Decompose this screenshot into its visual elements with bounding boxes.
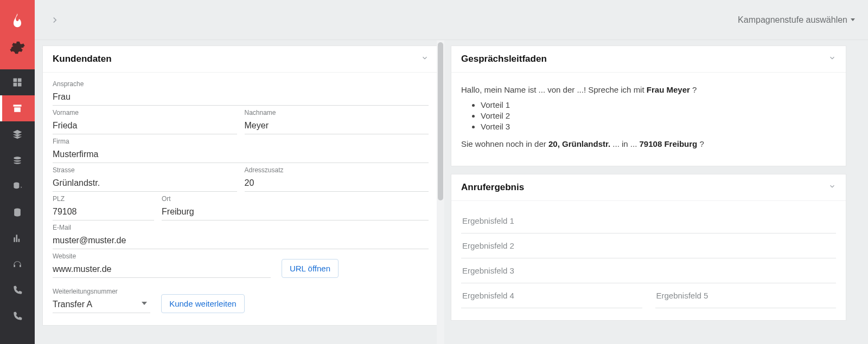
label-nachname: Nachname — [245, 109, 429, 116]
label-plz: PLZ — [53, 195, 154, 203]
nav-layers[interactable] — [0, 121, 35, 147]
label-email: E-Mail — [53, 224, 429, 231]
nav-db-out[interactable] — [0, 173, 35, 199]
weiterleitung-select[interactable] — [53, 296, 150, 313]
brand-area — [0, 0, 35, 69]
collapse-icon — [828, 182, 836, 193]
ort-field[interactable] — [162, 204, 429, 220]
caret-down-icon — [851, 18, 855, 21]
result-field-2[interactable] — [461, 233, 836, 258]
customer-panel-title: Kundendaten — [53, 54, 112, 64]
label-adresszusatz: Adresszusatz — [245, 166, 429, 174]
vorname-field[interactable] — [53, 118, 237, 134]
result-panel: Anrufergebnis — [451, 174, 846, 321]
collapse-icon — [828, 54, 836, 64]
label-weiterleitung: Weiterleitungsnummer — [53, 288, 150, 295]
result-field-3[interactable] — [461, 258, 836, 283]
coins-icon — [12, 155, 23, 166]
nav-dashboard[interactable] — [0, 69, 35, 95]
database-export-icon — [12, 181, 23, 192]
topbar: Kampagnenstufe auswählen — [35, 0, 868, 40]
nav-db[interactable] — [0, 199, 35, 225]
strasse-field[interactable] — [53, 175, 237, 192]
left-column: Kundendaten Ansprache Vorname — [35, 40, 444, 344]
nav-archive[interactable] — [0, 95, 35, 121]
right-column: Gesprächsleitfaden Hallo, mein Name ist … — [444, 40, 868, 344]
script-panel: Gesprächsleitfaden Hallo, mein Name ist … — [451, 46, 846, 166]
nav-headset[interactable] — [0, 251, 35, 277]
gear-icon — [9, 40, 25, 57]
bullet-item: Vorteil 2 — [481, 111, 836, 120]
nav-phone[interactable] — [0, 277, 35, 303]
nachname-field[interactable] — [245, 118, 429, 134]
anrede-field[interactable] — [53, 89, 429, 106]
grid-icon — [12, 77, 23, 88]
script-panel-header[interactable]: Gesprächsleitfaden — [451, 46, 846, 73]
campaign-stage-label: Kampagnenstufe auswählen — [738, 15, 847, 25]
firma-field[interactable] — [53, 146, 429, 163]
label-anrede: Ansprache — [53, 80, 429, 88]
headphones-icon — [12, 259, 23, 270]
result-panel-title: Anrufergebnis — [461, 182, 524, 193]
scrollbar-thumb[interactable] — [438, 42, 443, 200]
phone-icon — [12, 285, 23, 296]
chart-icon — [12, 233, 23, 244]
sidebar — [0, 0, 35, 344]
result-panel-header[interactable]: Anrufergebnis — [451, 174, 846, 201]
phone-incoming-icon — [12, 311, 23, 322]
result-field-5[interactable] — [655, 283, 837, 308]
forward-customer-button[interactable]: Kunde weiterleiten — [161, 294, 244, 313]
customer-panel: Kundendaten Ansprache Vorname — [42, 46, 439, 326]
script-line-2: Sie wohnen noch in der 20, Grünlandstr. … — [461, 138, 836, 150]
result-field-1[interactable] — [461, 209, 836, 233]
nav — [0, 69, 35, 344]
label-strasse: Strasse — [53, 166, 237, 174]
script-bullets: Vorteil 1 Vorteil 2 Vorteil 3 — [481, 100, 836, 131]
nav-coins[interactable] — [0, 147, 35, 173]
layers-icon — [12, 129, 23, 140]
adresszusatz-field[interactable] — [245, 175, 429, 192]
customer-panel-header[interactable]: Kundendaten — [43, 46, 438, 73]
website-field[interactable] — [53, 261, 271, 278]
result-field-4[interactable] — [461, 283, 642, 308]
label-firma: Firma — [53, 138, 429, 145]
main-area: Kampagnenstufe auswählen Kundendaten Ans… — [35, 0, 868, 344]
chevron-right-icon — [50, 15, 60, 25]
script-panel-title: Gesprächsleitfaden — [461, 54, 547, 64]
caret-down-icon — [142, 302, 147, 305]
bullet-item: Vorteil 1 — [481, 100, 836, 109]
nav-phone-in[interactable] — [0, 303, 35, 329]
campaign-stage-select[interactable]: Kampagnenstufe auswählen — [738, 15, 855, 25]
bullet-item: Vorteil 3 — [481, 122, 836, 131]
archive-icon — [12, 103, 23, 114]
database-icon — [12, 207, 23, 218]
scrollbar-left[interactable] — [437, 40, 444, 344]
nav-chart[interactable] — [0, 225, 35, 251]
label-website: Website — [53, 252, 271, 260]
open-url-button[interactable]: URL öffnen — [282, 259, 339, 278]
plz-field[interactable] — [53, 204, 154, 220]
script-line-1: Hallo, mein Name ist ... von der ...! Sp… — [461, 83, 836, 96]
label-vorname: Vorname — [53, 109, 237, 116]
fire-icon — [8, 12, 27, 32]
label-ort: Ort — [162, 195, 429, 203]
collapse-icon — [421, 54, 429, 64]
breadcrumb-chevron[interactable] — [50, 15, 60, 25]
email-field[interactable] — [53, 232, 429, 249]
